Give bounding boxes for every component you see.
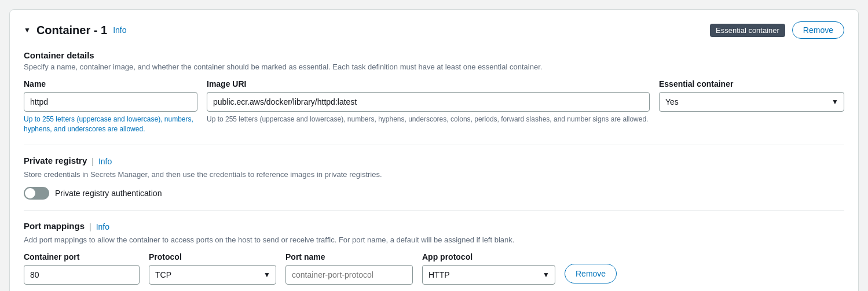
container-details-fields: Name Up to 255 letters (uppercase and lo…	[24, 79, 844, 134]
name-input[interactable]	[24, 92, 197, 112]
card-header: ▼ Container - 1 Info Essential container…	[24, 21, 844, 39]
container-card: ▼ Container - 1 Info Essential container…	[9, 9, 859, 291]
essential-container-label: Essential container	[659, 79, 844, 89]
divider-1	[24, 145, 844, 145]
port-name-label: Port name	[285, 252, 413, 261]
pipe-divider-1: |	[91, 157, 94, 166]
private-registry-desc: Store credentials in Secrets Manager, an…	[24, 170, 844, 179]
private-registry-toggle-label: Private registry authentication	[55, 189, 162, 198]
protocol-label: Protocol	[149, 252, 276, 261]
port-mappings-info-link[interactable]: Info	[96, 222, 109, 231]
private-registry-toggle-row: Private registry authentication	[24, 187, 844, 200]
essential-container-select[interactable]: Yes No	[659, 92, 844, 112]
private-registry-info-link[interactable]: Info	[98, 157, 112, 166]
essential-container-badge: Essential container	[710, 24, 785, 37]
app-protocol-select-wrapper: HTTP HTTP2 gRPC ▼	[422, 265, 555, 285]
image-uri-label: Image URI	[207, 79, 650, 89]
remove-container-button[interactable]: Remove	[792, 21, 844, 39]
container-details-section: Container details Specify a name, contai…	[24, 50, 844, 134]
private-registry-toggle[interactable]	[24, 187, 49, 200]
app-protocol-field-group: App protocol HTTP HTTP2 gRPC ▼	[422, 252, 555, 285]
app-protocol-select[interactable]: HTTP HTTP2 gRPC	[422, 265, 555, 285]
name-hint: Up to 255 letters (uppercase and lowerca…	[24, 115, 197, 134]
collapse-icon[interactable]: ▼	[24, 26, 31, 34]
container-details-title: Container details	[24, 50, 844, 60]
pipe-divider-2: |	[89, 222, 91, 231]
port-mappings-section: Port mappings | Info Add port mappings t…	[24, 221, 844, 285]
card-title: Container - 1	[36, 24, 107, 37]
port-mappings-desc: Add port mappings to allow the container…	[24, 235, 844, 244]
port-name-field-group: Port name	[285, 252, 413, 285]
divider-2	[24, 210, 844, 211]
remove-port-button[interactable]: Remove	[565, 264, 617, 283]
private-registry-header: Private registry | Info	[24, 156, 844, 168]
card-header-left: ▼ Container - 1 Info	[24, 24, 127, 37]
container-port-field-group: Container port	[24, 252, 140, 285]
card-header-right: Essential container Remove	[710, 21, 844, 39]
name-field-group: Name Up to 255 letters (uppercase and lo…	[24, 79, 197, 134]
container-port-input[interactable]	[24, 265, 140, 285]
essential-container-field-group: Essential container Yes No ▼	[659, 79, 844, 134]
container-info-link[interactable]: Info	[113, 25, 126, 35]
protocol-select-wrapper: TCP UDP ▼	[149, 265, 276, 285]
essential-container-select-wrapper: Yes No ▼	[659, 92, 844, 112]
container-port-label: Container port	[24, 252, 140, 261]
image-uri-field-group: Image URI Up to 255 letters (uppercase a…	[207, 79, 650, 134]
private-registry-title: Private registry	[24, 156, 87, 165]
port-mappings-header: Port mappings | Info	[24, 221, 844, 233]
protocol-select[interactable]: TCP UDP	[149, 265, 276, 285]
toggle-track	[24, 187, 49, 200]
protocol-field-group: Protocol TCP UDP ▼	[149, 252, 276, 285]
private-registry-section: Private registry | Info Store credential…	[24, 156, 844, 200]
name-label: Name	[24, 79, 197, 89]
toggle-thumb	[25, 188, 35, 198]
image-uri-hint: Up to 255 letters (uppercase and lowerca…	[207, 115, 650, 124]
app-protocol-label: App protocol	[422, 252, 555, 261]
port-remove-col: Remove	[565, 264, 617, 285]
image-uri-input[interactable]	[207, 92, 650, 112]
port-mapping-row: Container port Protocol TCP UDP ▼ Port n…	[24, 252, 844, 285]
container-details-desc: Specify a name, container image, and whe…	[24, 62, 844, 71]
port-name-input[interactable]	[285, 265, 413, 285]
port-mappings-title: Port mappings	[24, 221, 85, 231]
